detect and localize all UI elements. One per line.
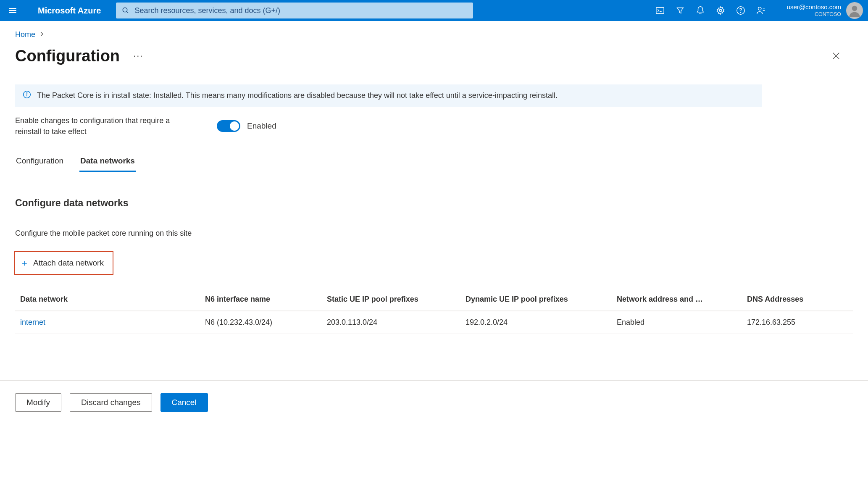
attach-data-network-button[interactable]: ＋ Attach data network [15, 252, 113, 274]
reinstall-toggle[interactable] [217, 120, 240, 132]
svg-point-0 [123, 8, 128, 12]
reinstall-toggle-state: Enabled [247, 121, 276, 131]
plus-icon: ＋ [20, 257, 29, 269]
cell-dns: 172.16.63.255 [747, 318, 848, 327]
th-static[interactable]: Static UE IP pool prefixes [327, 295, 466, 304]
section-title: Configure data networks [15, 197, 853, 209]
svg-rect-2 [656, 8, 663, 14]
cell-dynamic: 192.0.2.0/24 [466, 318, 617, 327]
row-link-internet[interactable]: internet [20, 318, 45, 326]
chevron-right-icon [39, 31, 44, 38]
svg-point-7 [758, 7, 761, 10]
search-input[interactable] [129, 6, 467, 15]
close-button[interactable] [827, 47, 845, 65]
cell-n6: N6 (10.232.43.0/24) [205, 318, 327, 327]
discard-changes-button[interactable]: Discard changes [70, 393, 152, 412]
more-actions-button[interactable]: ··· [130, 49, 147, 63]
svg-point-4 [719, 9, 722, 12]
account-org: CONTOSO [787, 11, 841, 18]
search-icon [122, 7, 129, 14]
brand-logo[interactable]: Microsoft Azure [26, 6, 110, 16]
info-banner-text: The Packet Core is in install state: Ins… [37, 91, 558, 100]
table-row: internet N6 (10.232.43.0/24) 203.0.113.0… [15, 311, 853, 334]
info-icon [23, 90, 31, 101]
feedback-button[interactable] [751, 0, 771, 21]
cancel-button[interactable]: Cancel [160, 393, 208, 412]
breadcrumb: Home [15, 30, 853, 39]
account-email: user@contoso.com [787, 3, 841, 11]
hamburger-icon [9, 7, 16, 14]
help-button[interactable] [731, 0, 751, 21]
reinstall-toggle-label: Enable changes to configuration that req… [15, 115, 192, 137]
settings-button[interactable] [710, 0, 731, 21]
tab-data-networks[interactable]: Data networks [79, 154, 136, 172]
svg-point-6 [740, 12, 741, 13]
th-n6[interactable]: N6 interface name [205, 295, 327, 304]
tabs: Configuration Data networks [15, 154, 853, 172]
data-networks-table: Data network N6 interface name Static UE… [15, 288, 853, 334]
cloud-shell-button[interactable] [650, 0, 670, 21]
page-title: Configuration [15, 47, 120, 65]
account-menu[interactable]: user@contoso.com CONTOSO [777, 2, 863, 19]
attach-data-network-label: Attach data network [33, 258, 104, 268]
svg-point-8 [852, 6, 857, 11]
filter-button[interactable] [670, 0, 690, 21]
tab-configuration[interactable]: Configuration [15, 154, 64, 172]
section-description: Configure the mobile packet core running… [15, 229, 853, 238]
table-header: Data network N6 interface name Static UE… [15, 288, 853, 311]
cell-static: 203.0.113.0/24 [327, 318, 466, 327]
menu-button[interactable] [5, 3, 20, 18]
cell-nap: Enabled [617, 318, 747, 327]
avatar [846, 2, 863, 19]
th-dns[interactable]: DNS Addresses [747, 295, 848, 304]
svg-point-13 [26, 93, 27, 94]
topbar-icons [650, 0, 771, 21]
modify-button[interactable]: Modify [15, 393, 61, 412]
azure-topbar: Microsoft Azure user@contoso.com CONTOSO [0, 0, 868, 21]
account-text: user@contoso.com CONTOSO [787, 3, 841, 18]
breadcrumb-home[interactable]: Home [15, 30, 35, 39]
global-search[interactable] [116, 3, 473, 18]
info-banner: The Packet Core is in install state: Ins… [15, 84, 762, 107]
th-dynamic[interactable]: Dynamic UE IP pool prefixes [466, 295, 617, 304]
th-data-network[interactable]: Data network [20, 295, 205, 304]
notifications-button[interactable] [690, 0, 710, 21]
svg-line-1 [127, 11, 129, 13]
th-network-address[interactable]: Network address and … [617, 295, 747, 304]
footer-actions: Modify Discard changes Cancel [0, 380, 868, 424]
